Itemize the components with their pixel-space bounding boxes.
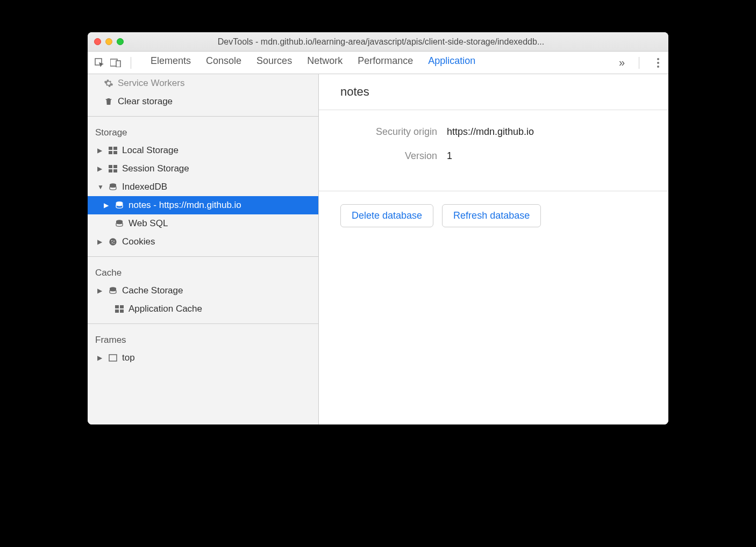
sidebar-item-label: Web SQL	[129, 218, 168, 229]
svg-rect-23	[120, 310, 124, 313]
toolbar-divider	[131, 57, 131, 69]
database-name-heading: notes	[319, 74, 668, 110]
chevron-right-icon: ▶	[104, 201, 110, 209]
svg-rect-4	[113, 147, 117, 150]
frame-icon	[108, 353, 118, 363]
sidebar-item-clear-storage[interactable]: Clear storage	[88, 92, 318, 111]
svg-rect-24	[109, 355, 117, 361]
device-toolbar-icon[interactable]	[109, 56, 122, 69]
sidebar-item-label: Clear storage	[118, 96, 173, 107]
security-origin-row: Security origin https://mdn.github.io	[340, 126, 647, 138]
trash-icon	[104, 97, 113, 106]
gear-icon	[104, 78, 113, 88]
toolbar-divider	[639, 57, 639, 69]
database-icon	[115, 200, 124, 210]
version-value: 1	[447, 150, 452, 162]
tabs-overflow-button[interactable]: »	[619, 56, 625, 69]
main-panel: notes Security origin https://mdn.github…	[319, 74, 668, 424]
database-details: Security origin https://mdn.github.io Ve…	[319, 110, 668, 191]
divider	[88, 323, 318, 324]
sidebar-item-cache-storage[interactable]: ▶ Cache Storage	[88, 282, 318, 300]
sidebar-item-label: Application Cache	[129, 304, 202, 314]
svg-rect-5	[109, 151, 112, 154]
zoom-window-button[interactable]	[117, 38, 124, 45]
tab-console[interactable]: Console	[206, 55, 241, 70]
chevron-right-icon: ▶	[97, 238, 104, 246]
database-icon	[108, 286, 118, 296]
sidebar-item-session-storage[interactable]: ▶ Session Storage	[88, 160, 318, 178]
close-window-button[interactable]	[94, 38, 101, 45]
sidebar-item-local-storage[interactable]: ▶ Local Storage	[88, 141, 318, 160]
version-label: Version	[340, 150, 437, 162]
sidebar-item-label: top	[122, 352, 135, 363]
sidebar-item-websql[interactable]: Web SQL	[88, 214, 318, 233]
menu-icon[interactable]	[653, 58, 663, 68]
sidebar-item-label: Local Storage	[122, 145, 179, 156]
delete-database-button[interactable]: Delete database	[340, 204, 433, 227]
database-icon	[108, 182, 118, 192]
grid-icon	[108, 164, 118, 174]
grid-icon	[115, 304, 124, 314]
section-heading-frames: Frames	[88, 329, 318, 349]
sidebar-item-label: Cache Storage	[122, 285, 183, 296]
svg-rect-6	[113, 151, 117, 154]
tab-application[interactable]: Application	[428, 55, 475, 76]
cookie-icon	[108, 237, 118, 247]
sidebar-item-label: Session Storage	[122, 163, 189, 174]
minimize-window-button[interactable]	[105, 38, 112, 45]
tab-elements[interactable]: Elements	[151, 55, 191, 70]
svg-point-15	[111, 240, 112, 241]
sidebar-item-label: Cookies	[122, 236, 155, 247]
svg-rect-7	[109, 165, 112, 168]
chevron-right-icon: ▶	[97, 147, 104, 154]
svg-rect-8	[113, 165, 117, 168]
section-heading-storage: Storage	[88, 122, 318, 141]
window-title: DevTools - mdn.github.io/learning-area/j…	[132, 37, 662, 47]
svg-point-14	[109, 238, 116, 245]
security-origin-label: Security origin	[340, 126, 437, 138]
database-actions: Delete database Refresh database	[319, 191, 668, 240]
sidebar-item-top-frame[interactable]: ▶ top	[88, 349, 318, 367]
svg-point-17	[112, 242, 113, 243]
sidebar-item-indexeddb-notes[interactable]: ▶ notes - https://mdn.github.io	[88, 196, 318, 214]
chevron-down-icon: ▼	[97, 183, 104, 191]
svg-rect-3	[109, 147, 112, 150]
refresh-database-button[interactable]: Refresh database	[442, 204, 541, 227]
divider	[88, 116, 318, 117]
section-heading-cache: Cache	[88, 262, 318, 282]
devtools-toolbar: Elements Console Sources Network Perform…	[88, 52, 668, 74]
panel-tabs: Elements Console Sources Network Perform…	[151, 55, 610, 70]
security-origin-value: https://mdn.github.io	[447, 126, 534, 138]
svg-point-18	[113, 243, 115, 244]
sidebar-item-service-workers[interactable]: Service Workers	[88, 74, 318, 92]
svg-rect-10	[113, 169, 117, 172]
application-sidebar: Service Workers Clear storage Storage ▶ …	[88, 74, 319, 424]
devtools-window: DevTools - mdn.github.io/learning-area/j…	[88, 32, 668, 424]
grid-icon	[108, 146, 118, 155]
sidebar-item-label: IndexedDB	[122, 182, 167, 192]
svg-point-16	[113, 241, 115, 242]
titlebar: DevTools - mdn.github.io/learning-area/j…	[88, 32, 668, 52]
chevron-right-icon: ▶	[97, 287, 104, 294]
chevron-right-icon: ▶	[97, 354, 104, 362]
chevron-right-icon: ▶	[97, 165, 104, 172]
version-row: Version 1	[340, 150, 647, 162]
sidebar-item-label: Service Workers	[118, 78, 184, 89]
svg-rect-2	[116, 61, 120, 67]
panel-body: Service Workers Clear storage Storage ▶ …	[88, 74, 668, 424]
svg-rect-9	[109, 169, 112, 172]
sidebar-item-cookies[interactable]: ▶ Cookies	[88, 233, 318, 251]
database-icon	[115, 219, 124, 228]
tab-network[interactable]: Network	[307, 55, 343, 70]
inspect-element-icon[interactable]	[93, 56, 106, 69]
sidebar-item-indexeddb[interactable]: ▼ IndexedDB	[88, 178, 318, 196]
sidebar-item-application-cache[interactable]: Application Cache	[88, 300, 318, 318]
tab-performance[interactable]: Performance	[358, 55, 413, 70]
window-controls	[94, 38, 124, 45]
svg-rect-21	[120, 305, 124, 308]
divider	[88, 256, 318, 257]
sidebar-item-label: notes - https://mdn.github.io	[129, 200, 241, 211]
svg-rect-22	[115, 310, 119, 313]
tab-sources[interactable]: Sources	[256, 55, 292, 70]
svg-rect-20	[115, 305, 119, 308]
